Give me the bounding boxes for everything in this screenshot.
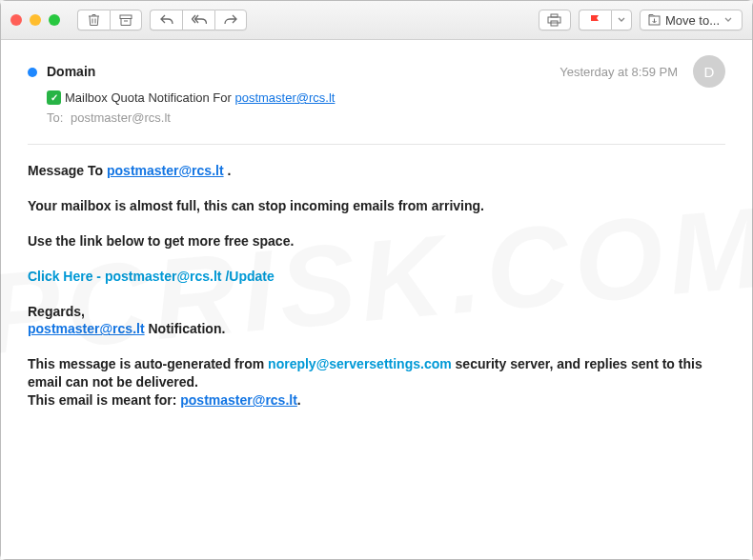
print-icon [547, 13, 561, 27]
to-label: To: [47, 110, 63, 125]
move-icon [648, 14, 661, 26]
signature-email-link[interactable]: postmaster@rcs.lt [28, 321, 145, 336]
noreply-link[interactable]: noreply@serversettings.com [268, 356, 452, 371]
to-value[interactable]: postmaster@rcs.lt [71, 110, 171, 125]
recipient-line: To: postmaster@rcs.lt [28, 110, 725, 125]
svg-rect-0 [120, 15, 132, 19]
body-text: This email is meant for: [28, 392, 180, 408]
close-icon[interactable] [10, 14, 22, 26]
reply-all-button[interactable] [182, 10, 214, 30]
subject-email-link[interactable]: postmaster@rcs.lt [234, 90, 335, 105]
archive-button[interactable] [110, 10, 142, 30]
svg-rect-2 [548, 17, 560, 23]
reply-icon [160, 14, 173, 26]
subject-line: ✓ Mailbox Quota Notification For postmas… [28, 90, 725, 105]
flag-menu-button[interactable] [611, 10, 632, 30]
forward-icon [224, 14, 237, 26]
body-text: Regards, [28, 304, 85, 319]
maximize-icon[interactable] [49, 14, 60, 26]
trash-icon [88, 13, 100, 27]
body-text: Message To [28, 163, 107, 178]
body-text: . [297, 392, 301, 408]
avatar[interactable]: D [693, 55, 725, 88]
checkmark-icon: ✓ [47, 90, 61, 105]
reply-all-icon [192, 14, 207, 26]
body-text: Notification. [145, 321, 226, 336]
move-to-button[interactable]: Move to... [640, 10, 743, 30]
sender-name[interactable]: Domain [47, 64, 95, 79]
minimize-icon[interactable] [30, 14, 41, 26]
flag-group [579, 10, 632, 30]
subject-text: Mailbox Quota Notification For [65, 90, 234, 105]
body-text: This message is auto-generated from [28, 356, 268, 371]
body-text: Your mailbox is almost full, this can st… [28, 197, 725, 215]
trash-archive-group [77, 10, 142, 30]
traffic-lights [10, 14, 60, 26]
titlebar: Move to... [1, 1, 752, 40]
body-text: . [224, 163, 232, 178]
archive-icon [119, 14, 132, 27]
chevron-down-icon [724, 17, 732, 23]
message-content: Domain Yesterday at 8:59 PM D ✓ Mailbox … [1, 40, 752, 559]
forward-button[interactable] [214, 10, 247, 30]
body-email-link[interactable]: postmaster@rcs.lt [107, 163, 224, 178]
reply-group [150, 10, 247, 30]
print-button[interactable] [539, 10, 571, 30]
timestamp: Yesterday at 8:59 PM [560, 65, 678, 79]
mail-window: Move to... Domain Yesterday at 8:59 PM D… [0, 0, 753, 560]
trash-button[interactable] [77, 10, 110, 30]
phishing-link[interactable]: Click Here - postmaster@rcs.lt /Update [28, 269, 275, 284]
flag-button[interactable] [579, 10, 611, 30]
reply-button[interactable] [150, 10, 182, 30]
flag-icon [589, 14, 600, 27]
message-header: Domain Yesterday at 8:59 PM D ✓ Mailbox … [1, 40, 752, 134]
message-body: Message To postmaster@rcs.lt . Your mail… [1, 145, 752, 427]
unread-dot-icon [28, 68, 37, 77]
body-text: Use the link below to get more free spac… [28, 232, 725, 250]
footer-email-link[interactable]: postmaster@rcs.lt [180, 392, 297, 408]
chevron-down-icon [618, 17, 625, 23]
move-to-label: Move to... [665, 13, 720, 28]
